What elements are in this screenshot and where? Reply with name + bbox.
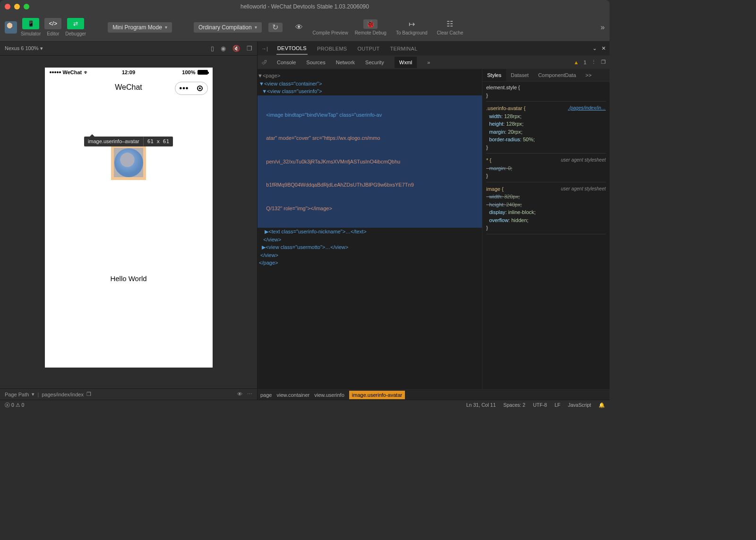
page-path[interactable]: pages/index/index [42,392,84,397]
element-breadcrumb: page view.container view.userinfo image.… [258,389,610,400]
simulator-button[interactable]: 📱 [22,18,39,29]
device-icon[interactable]: ▯ [211,45,214,52]
bc-userinfo[interactable]: view.userinfo [314,392,344,398]
preview-eye-icon[interactable]: 👁 [292,23,306,32]
titlebar: helloworld - WeChat Devtools Stable 1.03… [0,0,610,13]
error-count[interactable]: ⓧ 0 ⚠ 0 [5,402,24,409]
copy-path-icon[interactable]: ❐ [86,391,91,397]
phone-simulator[interactable]: WeChatᯤ 12:09 100% WeChat ••• image.user… [45,68,213,368]
remote-debug-icon[interactable]: 🐞 [363,19,378,29]
minimize-icon[interactable] [14,4,20,9]
phone-navbar: WeChat ••• [45,77,213,98]
more-icon[interactable]: » [601,23,605,32]
inspect-icon[interactable]: ⮰ [261,60,266,65]
bc-page[interactable]: page [260,392,272,398]
language-mode[interactable]: JavaScript [568,402,591,408]
close-icon[interactable] [5,4,10,9]
panel-toggle-icon[interactable]: →| [261,46,268,51]
bell-icon[interactable]: 🔔 [599,402,605,408]
debugger-button[interactable]: ⇄ [67,18,84,29]
tab-problems[interactable]: PROBLEMS [316,46,348,51]
dt-popout-icon[interactable]: ❐ [601,59,606,65]
styles-tab-styles[interactable]: Styles [482,69,506,81]
userinfo-avatar[interactable] [111,145,146,180]
subtab-more-icon[interactable]: » [427,60,430,65]
styles-tab-more[interactable]: >> [581,72,596,78]
bc-avatar[interactable]: image.userinfo-avatar [349,391,405,399]
avatar [114,148,143,177]
styles-panel: Styles Dataset ComponentData >> element.… [482,69,610,389]
wxml-selected-node[interactable]: <image bindtap="bindViewTap" class="user… [258,95,482,228]
device-dropdown[interactable]: Nexus 6 100% ▾ [5,45,43,51]
styles-rules[interactable]: element.style { } .userinfo-avatar {./pa… [482,82,610,389]
devtools-panel: →| DEVTOOLS PROBLEMS OUTPUT TERMINAL ⌄✕ … [258,42,610,400]
wxml-tree[interactable]: ▼<page> ▼<view class="container"> ▼<view… [258,69,482,389]
simulator-toolbar: Nexus 6 100% ▾ ▯ ◉ 🔇 ❐ [0,42,257,56]
subtab-security[interactable]: Security [365,60,384,65]
styles-tab-componentdata[interactable]: ComponentData [533,72,581,78]
compilation-dropdown[interactable]: Ordinary Compilation [194,22,262,33]
subtab-wxml[interactable]: Wxml [395,57,417,68]
mute-icon[interactable]: 🔇 [232,45,240,52]
window-controls [5,4,29,9]
refresh-icon[interactable]: ↻ [268,23,283,32]
program-mode-dropdown[interactable]: Mini Program Mode [108,22,172,33]
tab-output[interactable]: OUTPUT [357,46,381,51]
cursor-position[interactable]: Ln 31, Col 11 [466,402,496,408]
record-icon[interactable]: ◉ [221,45,226,52]
simulator-panel: Nexus 6 100% ▾ ▯ ◉ 🔇 ❐ WeChatᯤ 12:09 100… [0,42,258,400]
tab-terminal[interactable]: TERMINAL [389,46,419,51]
encoding[interactable]: UTF-8 [533,402,547,408]
zoom-icon[interactable] [24,4,29,9]
tab-devtools[interactable]: DEVTOOLS [276,45,308,55]
capsule-close-icon[interactable] [197,86,203,91]
main-toolbar: 📱Simulator </>Editor ⇄Debugger Mini Prog… [0,13,610,42]
indentation[interactable]: Spaces: 2 [503,402,525,408]
capsule-more-icon[interactable]: ••• [180,84,189,93]
battery-icon [198,70,208,75]
subtab-console[interactable]: Console [277,60,296,65]
inspect-tooltip: image.userinfo–avatar 61 x 61 [84,137,173,146]
visibility-icon[interactable]: 👁 [237,391,242,397]
clear-cache-icon[interactable]: ☷ [443,19,457,29]
editor-button[interactable]: </> [44,18,61,29]
subtab-network[interactable]: Network [336,60,355,65]
bc-container[interactable]: view.container [276,392,309,398]
usermotto: Hello World [110,274,146,283]
copy-icon[interactable]: ❐ [247,45,252,52]
eol[interactable]: LF [555,402,560,408]
close-panel-icon[interactable]: ✕ [601,45,606,51]
wifi-icon: ᯤ [84,69,89,75]
dt-menu-icon[interactable]: ⋮ [591,59,596,65]
user-avatar[interactable] [5,21,17,34]
phone-statusbar: WeChatᯤ 12:09 100% [45,68,213,77]
statusbar: ⓧ 0 ⚠ 0 Ln 31, Col 11 Spaces: 2 UTF-8 LF… [0,400,610,410]
phone-time: 12:09 [122,69,135,75]
more-horiz-icon[interactable]: ⋯ [247,391,252,397]
styles-tab-dataset[interactable]: Dataset [506,72,533,78]
subtab-sources[interactable]: Sources [306,60,325,65]
chevron-down-icon[interactable]: ⌄ [593,45,597,51]
window-title: helloworld - WeChat Devtools Stable 1.03… [241,3,369,10]
to-background-icon[interactable]: ↦ [404,19,419,29]
